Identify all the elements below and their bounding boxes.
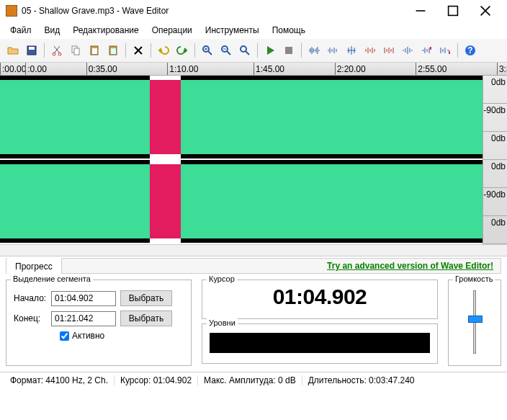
fx7-icon[interactable] xyxy=(418,42,435,59)
cursor-time: 01:04.902 xyxy=(210,285,430,309)
fx3-icon[interactable] xyxy=(343,42,360,59)
svg-point-13 xyxy=(241,46,246,52)
channel-right[interactable] xyxy=(0,160,483,244)
zoom-fit-icon[interactable] xyxy=(236,42,254,59)
ruler-tick: :0.00 xyxy=(25,63,47,75)
fx8-icon[interactable] xyxy=(436,42,454,59)
start-input[interactable] xyxy=(51,291,116,306)
save-icon[interactable] xyxy=(23,42,40,59)
undo-icon[interactable] xyxy=(155,42,172,59)
db-label: 0db xyxy=(483,132,507,160)
end-label: Конец: xyxy=(14,313,47,323)
db-label: 0db xyxy=(483,216,507,244)
titlebar: 05 - Shallow Grave.mp3 - Wave Editor xyxy=(0,0,507,22)
fx5-icon[interactable] xyxy=(380,42,398,59)
svg-rect-8 xyxy=(92,48,97,54)
play-icon[interactable] xyxy=(261,42,279,59)
cut-icon[interactable] xyxy=(48,42,66,59)
zoom-in-icon[interactable] xyxy=(199,42,216,59)
menu-operations[interactable]: Операции xyxy=(146,23,198,37)
svg-rect-14 xyxy=(285,47,292,54)
levels-group: Уровни xyxy=(202,323,438,364)
db-label: -90db xyxy=(483,188,507,216)
waveform-viewport[interactable]: 0db-90db0db0db-90db0db xyxy=(0,76,507,244)
ruler-tick: 1:10.00 xyxy=(167,63,198,75)
svg-rect-6 xyxy=(74,48,79,55)
ruler-tick: 2:20.00 xyxy=(335,63,366,75)
volume-group: Громкость xyxy=(448,280,501,366)
choose-end-button[interactable]: Выбрать xyxy=(120,310,172,326)
choose-start-button[interactable]: Выбрать xyxy=(120,290,172,306)
segment-group: Выделение сегмента Начало: Выбрать Конец… xyxy=(6,280,192,366)
segment-title: Выделение сегмента xyxy=(11,274,93,283)
waveform-scrollbar[interactable] xyxy=(0,244,507,256)
svg-text:?: ? xyxy=(467,45,472,55)
start-label: Начало: xyxy=(14,293,47,303)
ruler-tick: 2:55.00 xyxy=(416,63,447,75)
active-label: Активно xyxy=(72,331,104,341)
ruler-tick: 3:30.00 xyxy=(497,63,507,75)
status-cursor: Курсор: 01:04.902 xyxy=(114,375,197,385)
app-icon xyxy=(6,5,17,17)
cursor-title: Курсор xyxy=(207,274,237,283)
status-format: Формат: 44100 Hz, 2 Ch. xyxy=(4,375,114,385)
cursor-group: Курсор 01:04.902 xyxy=(202,280,438,319)
svg-rect-0 xyxy=(448,6,457,16)
active-checkbox[interactable] xyxy=(60,331,69,341)
window-title: 05 - Shallow Grave.mp3 - Wave Editor xyxy=(22,6,404,16)
delete-icon[interactable] xyxy=(130,42,147,59)
maximize-button[interactable] xyxy=(436,1,469,21)
paste-icon[interactable] xyxy=(86,42,103,59)
menubar: Файл Вид Редактирование Операции Инструм… xyxy=(0,22,507,39)
levels-title: Уровни xyxy=(207,318,238,327)
stop-icon[interactable] xyxy=(280,42,297,59)
fx2-icon[interactable] xyxy=(324,42,341,59)
minimize-button[interactable] xyxy=(404,1,436,21)
help-icon[interactable]: ? xyxy=(462,42,479,59)
zoom-out-icon[interactable] xyxy=(217,42,235,59)
db-scale: 0db-90db0db0db-90db0db xyxy=(483,76,507,244)
menu-tools[interactable]: Инструменты xyxy=(199,23,265,37)
status-amplitude: Макс. Амплитуда: 0 dB xyxy=(197,375,302,385)
end-input[interactable] xyxy=(51,311,116,326)
redo-icon[interactable] xyxy=(174,42,191,59)
fx6-icon[interactable] xyxy=(399,42,416,59)
volume-title: Громкость xyxy=(453,274,495,283)
db-label: -90db xyxy=(483,104,507,132)
volume-thumb[interactable] xyxy=(468,316,483,323)
ruler-tick: :00.00 xyxy=(0,63,26,75)
menu-edit[interactable]: Редактирование xyxy=(67,23,144,37)
db-label: 0db xyxy=(483,76,507,104)
db-label: 0db xyxy=(483,160,507,188)
menu-help[interactable]: Помощь xyxy=(266,23,311,37)
fx1-icon[interactable] xyxy=(305,42,323,59)
svg-rect-2 xyxy=(29,47,35,50)
promo-link[interactable]: Try an advanced version of Wave Editor! xyxy=(62,261,501,271)
channel-left[interactable] xyxy=(0,76,483,160)
status-duration: Длительность: 0:03:47.240 xyxy=(302,375,421,385)
close-button[interactable] xyxy=(469,1,501,21)
time-ruler[interactable]: :00.00:0.000:35.001:10.001:45.002:20.002… xyxy=(0,63,507,76)
toolbar: ? xyxy=(0,39,507,63)
svg-rect-10 xyxy=(111,48,116,54)
menu-file[interactable]: Файл xyxy=(4,23,37,37)
paste2-icon[interactable] xyxy=(104,42,122,59)
ruler-tick: 1:45.00 xyxy=(254,63,284,75)
tab-progress[interactable]: Прогресс xyxy=(6,258,62,274)
copy-icon[interactable] xyxy=(67,42,84,59)
open-icon[interactable] xyxy=(4,42,22,59)
ruler-tick: 0:35.00 xyxy=(86,63,117,75)
menu-view[interactable]: Вид xyxy=(39,23,66,37)
volume-slider[interactable] xyxy=(473,290,476,354)
fx4-icon[interactable] xyxy=(362,42,379,59)
levels-meter xyxy=(210,333,430,353)
status-bar: Формат: 44100 Hz, 2 Ch. Курсор: 01:04.90… xyxy=(0,372,507,388)
